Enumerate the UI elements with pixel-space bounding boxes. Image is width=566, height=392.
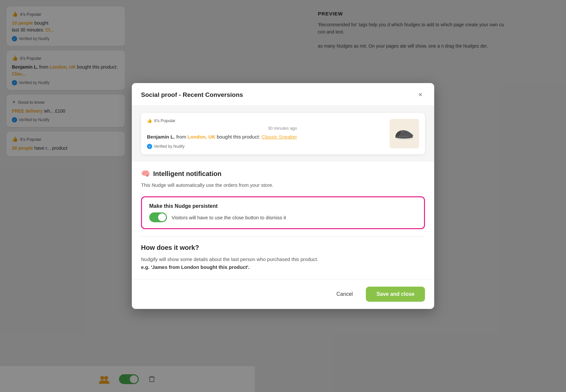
svg-point-3	[401, 131, 403, 133]
persistent-nudge-box: Make this Nudge persistent Visitors will…	[141, 196, 425, 229]
preview-verified-icon: ✓	[147, 144, 152, 149]
modal-preview-area: 👍 It's Popular 30 minutes ago Benjamin L…	[132, 106, 434, 162]
preview-nudge-tag: 👍 It's Popular	[147, 118, 297, 123]
preview-nudge-card: 👍 It's Popular 30 minutes ago Benjamin L…	[141, 113, 425, 155]
persistent-content: Make this Nudge persistent Visitors will…	[149, 203, 417, 222]
modal-header: Social proof - Recent Conversions ×	[132, 83, 434, 106]
save-and-close-button[interactable]: Save and close	[366, 287, 425, 302]
modal-title: Social proof - Recent Conversions	[141, 91, 243, 98]
toggle-label: Visitors will have to use the close butt…	[172, 215, 286, 220]
preview-nudge-body: Benjamin L. from London, UK bought this …	[147, 133, 297, 141]
how-desc: Nudgify will show some details about the…	[141, 255, 425, 271]
preview-verified: ✓ Verified by Nudify	[147, 144, 297, 149]
preview-product-link[interactable]: Classic Sneaker	[261, 134, 297, 140]
cancel-button[interactable]: Cancel	[329, 287, 361, 301]
toggle-row: Visitors will have to use the close butt…	[149, 212, 417, 222]
preview-city: London, UK	[187, 134, 215, 140]
modal-body: 🧠 Intelligent notification This Nudge wi…	[132, 162, 434, 279]
brain-icon: 🧠	[141, 169, 150, 178]
shoe-image	[389, 119, 419, 148]
preview-nudge-content: 👍 It's Popular 30 minutes ago Benjamin L…	[147, 118, 297, 149]
intelligent-desc: This Nudge will automatically use the or…	[141, 181, 425, 189]
preview-thumb-icon: 👍	[147, 118, 152, 123]
modal-overlay: Social proof - Recent Conversions × 👍 It…	[0, 0, 566, 392]
preview-nudge-time: 30 minutes ago	[147, 126, 297, 131]
how-example: e.g. 'James from London bought this prod…	[141, 264, 249, 270]
modal-footer: Cancel Save and close	[132, 279, 434, 309]
persistent-title: Make this Nudge persistent	[149, 203, 417, 209]
persistent-toggle[interactable]	[149, 212, 167, 222]
modal: Social proof - Recent Conversions × 👍 It…	[132, 83, 434, 309]
modal-close-button[interactable]: ×	[416, 90, 425, 99]
intelligent-section-title: 🧠 Intelligent notification	[141, 169, 425, 178]
how-title: How does it work?	[141, 244, 425, 251]
divider	[141, 236, 425, 237]
